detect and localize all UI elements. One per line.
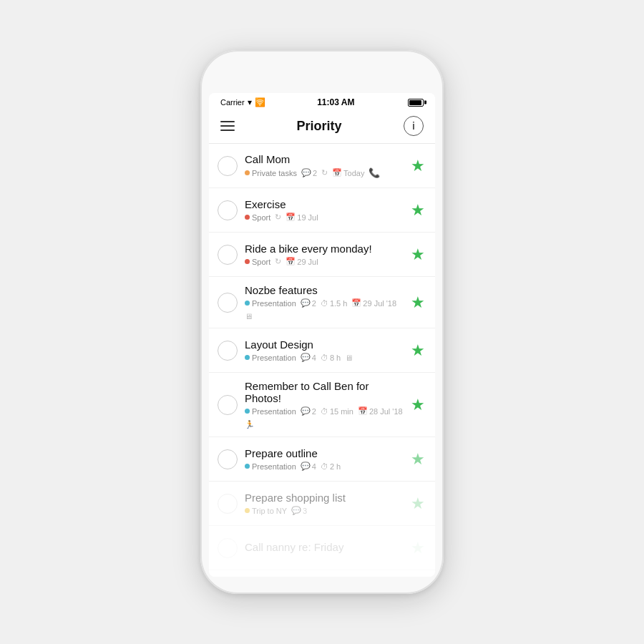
date-value: Today (343, 169, 364, 177)
task-item[interactable]: Nozbe features Presentation 💬 2 ⏱ 1.5 (209, 277, 435, 328)
comment-icon: 💬 (301, 462, 311, 471)
tag-dot (245, 508, 250, 513)
tag-dot (245, 259, 250, 264)
task-title: Layout Design (245, 338, 404, 351)
task-checkbox[interactable] (218, 293, 238, 313)
task-meta: Presentation 💬 4 ⏱ 2 h (245, 462, 404, 471)
meta-repeat: ↻ (275, 257, 281, 266)
date-value: 28 Jul '18 (369, 407, 403, 416)
task-title: Ride a bike every monday! (245, 243, 404, 255)
task-star[interactable]: ★ (411, 247, 425, 263)
comment-icon: 💬 (301, 298, 311, 308)
task-star[interactable]: ★ (411, 343, 425, 358)
task-meta: Private tasks 💬 2 ↻ 📅 Today (245, 167, 404, 178)
meta-duration: ⏱ 2 h (321, 462, 341, 471)
repeat-icon: ↻ (275, 213, 281, 222)
task-content: Remember to Call Ben for Photos! Present… (245, 380, 404, 429)
task-item[interactable]: Exercise Sport ↻ 📅 19 Jul (209, 188, 435, 233)
menu-button[interactable] (220, 121, 235, 131)
status-right (406, 99, 424, 107)
task-star[interactable]: ★ (411, 496, 425, 512)
task-item[interactable]: Prepare shopping list Trip to NY 💬 3 ★ (209, 482, 435, 526)
status-time: 11:03 AM (317, 97, 354, 107)
repeat-icon: ↻ (275, 257, 281, 266)
task-star[interactable]: ★ (411, 203, 425, 218)
meta-date: 📅 28 Jul '18 (358, 406, 403, 416)
duration-value: 1.5 h (330, 299, 347, 308)
task-meta: Sport ↻ 📅 29 Jul (245, 257, 404, 266)
task-checkbox[interactable] (218, 494, 238, 514)
comment-icon: 💬 (291, 506, 301, 515)
task-title: Prepare shopping list (245, 492, 404, 504)
task-item[interactable]: Prepare outline Presentation 💬 4 ⏱ 2 h (209, 437, 435, 482)
task-checkbox[interactable] (218, 156, 238, 176)
meta-comments: 💬 2 (301, 406, 316, 416)
task-title: Call Mom (245, 153, 404, 165)
meta-repeat: ↻ (275, 213, 281, 222)
task-content: Exercise Sport ↻ 📅 19 Jul (245, 198, 404, 222)
info-button[interactable]: i (404, 116, 424, 136)
task-checkbox[interactable] (218, 341, 238, 361)
task-title: Nozbe features (245, 284, 404, 296)
calendar-icon: 📅 (358, 406, 368, 416)
calendar-icon: 📅 (351, 298, 361, 308)
task-checkbox[interactable] (218, 245, 238, 265)
task-meta: Sport ↻ 📅 19 Jul (245, 213, 404, 222)
task-title: Remember to Call Ben for Photos! (245, 380, 404, 404)
task-title: Exercise (245, 198, 404, 210)
meta-screen: 🖥 (245, 312, 253, 321)
task-title: Prepare outline (245, 447, 404, 459)
task-content: Layout Design Presentation 💬 4 ⏱ 8 h (245, 338, 404, 362)
task-tag: Private tasks (245, 169, 297, 177)
task-content: Call nanny re: Friday (245, 541, 404, 555)
meta-comments: 💬 3 (291, 506, 307, 515)
task-content: Prepare shopping list Trip to NY 💬 3 (245, 492, 404, 515)
task-tag: Presentation (245, 299, 296, 308)
task-checkbox[interactable] (218, 538, 238, 558)
comment-count: 2 (312, 299, 316, 308)
task-checkbox[interactable] (218, 200, 238, 220)
meta-date: 📅 Today (332, 168, 364, 177)
calendar-icon: 📅 (286, 257, 296, 266)
task-meta: Presentation 💬 4 ⏱ 8 h 🖥 (245, 353, 404, 362)
task-checkbox[interactable] (218, 395, 238, 415)
status-bar: Carrier ▾ 🛜 11:03 AM (209, 93, 435, 110)
duration-value: 8 h (330, 353, 341, 362)
calendar-icon: 📅 (332, 168, 342, 177)
nav-bar: Priority i (209, 110, 435, 144)
task-tag: Presentation (245, 407, 296, 416)
task-item[interactable]: Ride a bike every monday! Sport ↻ 📅 29 J… (209, 233, 435, 277)
time-icon: ⏱ (321, 299, 328, 308)
repeat-icon: ↻ (321, 168, 328, 177)
tag-dot (245, 464, 250, 469)
battery-icon (408, 99, 424, 107)
wifi-icon: ▾ (248, 97, 252, 107)
duration-value: 15 min (330, 407, 353, 416)
task-item[interactable]: Layout Design Presentation 💬 4 ⏱ 8 h (209, 328, 435, 373)
tag-dot (245, 355, 250, 360)
task-item[interactable]: Call Mom Private tasks 💬 2 ↻ (209, 144, 435, 188)
task-star[interactable]: ★ (411, 397, 425, 413)
task-item[interactable]: Remember to Call Ben for Photos! Present… (209, 373, 435, 437)
comment-icon: 💬 (301, 168, 311, 177)
activity-icon: 🏃 (245, 420, 255, 429)
calendar-icon: 📅 (286, 213, 296, 222)
meta-comments: 💬 4 (301, 462, 316, 471)
task-star[interactable]: ★ (411, 158, 425, 174)
meta-screen: 🖥 (345, 353, 353, 362)
task-tag: Presentation (245, 353, 296, 362)
meta-date: 📅 19 Jul (286, 213, 318, 222)
tag-label: Presentation (252, 299, 296, 308)
meta-duration: ⏱ 15 min (321, 407, 353, 416)
task-content: Ride a bike every monday! Sport ↻ 📅 29 J… (245, 243, 404, 266)
task-checkbox[interactable] (218, 449, 238, 469)
meta-activity: 🏃 (245, 420, 255, 429)
task-star[interactable]: ★ (411, 540, 425, 556)
phone-icon: 📞 (369, 167, 380, 178)
task-star[interactable]: ★ (411, 295, 425, 311)
tag-dot (245, 170, 250, 175)
time-icon: ⏱ (321, 353, 328, 362)
task-item[interactable]: Call nanny re: Friday ★ (209, 526, 435, 570)
task-content: Nozbe features Presentation 💬 2 ⏱ 1.5 (245, 284, 404, 321)
task-star[interactable]: ★ (411, 452, 425, 467)
